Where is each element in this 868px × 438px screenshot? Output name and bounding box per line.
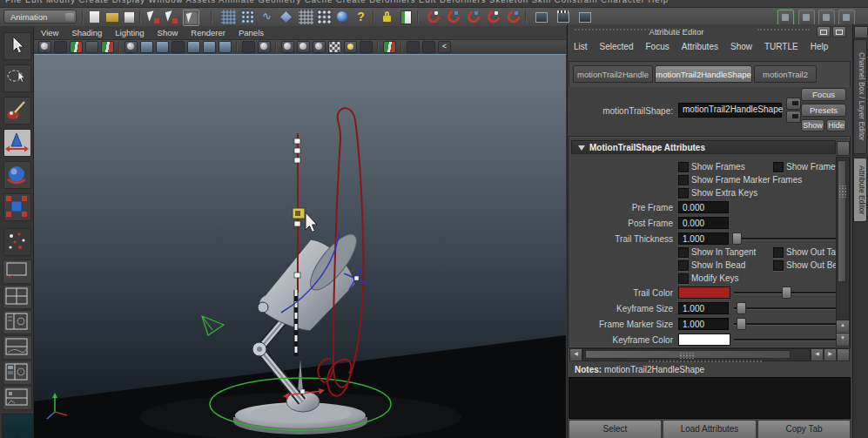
trail-color-swatch[interactable] (678, 286, 730, 299)
channel-box-vertical-tab[interactable]: Channel Box / Layer Editor (853, 39, 867, 154)
panel-menu-view[interactable]: View (41, 28, 58, 37)
scroll-left-button[interactable]: ◀ (569, 348, 582, 361)
snap-magnet-icon-3[interactable] (464, 10, 479, 24)
single-pane-layout-button[interactable] (3, 259, 32, 284)
lock-selection-icon[interactable] (380, 10, 394, 24)
pre-frame-field[interactable]: 0.000 (678, 201, 729, 213)
select-mask-icon-2[interactable] (240, 10, 255, 24)
sidebar-collapse-button[interactable] (854, 26, 868, 38)
frame-marker-size-slider[interactable] (734, 323, 838, 326)
viewport-canvas[interactable] (34, 55, 566, 438)
lock-camera-icon[interactable] (54, 41, 67, 53)
tab-motiontrail-handleshape[interactable]: motionTrail2HandleShape (655, 65, 752, 83)
snap-magnet-icon-1[interactable] (424, 10, 439, 24)
snap-magnet-icon-2[interactable] (444, 10, 459, 24)
trail-thickness-slider[interactable] (734, 238, 838, 240)
show-in-bead-checkbox[interactable] (678, 260, 689, 271)
help-mode-icon[interactable]: ? (353, 10, 368, 24)
new-scene-icon[interactable] (87, 10, 102, 24)
film-gate-icon[interactable] (140, 41, 153, 53)
persp-outliner-layout-button[interactable] (3, 310, 32, 334)
divider[interactable] (525, 10, 527, 24)
show-extra-keys-checkbox[interactable] (678, 188, 689, 199)
save-scene-icon[interactable] (122, 10, 137, 24)
show-button[interactable]: Show (801, 119, 824, 131)
scroll-down-button[interactable]: ▼ (836, 333, 850, 347)
soft-select-tool[interactable] (3, 228, 31, 256)
lighting-icon[interactable] (344, 41, 357, 53)
shape-name-input[interactable]: motionTrail2HandleShape (678, 103, 782, 118)
panel-close-button[interactable] (832, 26, 846, 37)
vertical-scrollbar-thumb[interactable] (838, 160, 846, 282)
snap-to-grids-icon[interactable] (299, 10, 313, 24)
load-attributes-button[interactable]: Load Attributes (663, 420, 757, 438)
textured-icon[interactable] (328, 41, 341, 53)
resolution-gate-icon[interactable] (156, 41, 169, 53)
divider[interactable] (211, 10, 212, 24)
ae-menu-selected[interactable]: Selected (600, 42, 634, 51)
show-frame-numbers-checkbox[interactable] (773, 162, 784, 172)
isolate-select-icon[interactable] (383, 41, 396, 53)
hypershade-persp-layout-button[interactable] (3, 361, 32, 385)
trail-thickness-slider-handle[interactable] (732, 232, 742, 245)
show-out-bead-checkbox[interactable] (773, 260, 784, 271)
notes-row[interactable]: Notes: motionTrail2HandleShape (575, 365, 704, 374)
divider[interactable] (139, 10, 141, 24)
copy-tab-button[interactable]: Copy Tab (757, 420, 851, 438)
panel-drag-handle[interactable] (757, 29, 810, 33)
bounding-box-icon[interactable] (313, 41, 326, 53)
ae-menu-turtle[interactable]: TURTLE (764, 42, 798, 51)
keyframe-color-slider[interactable] (734, 339, 838, 341)
panel-restore-button[interactable] (817, 26, 831, 37)
ipr-render-icon[interactable] (555, 10, 570, 24)
post-frame-field[interactable]: 0.000 (678, 217, 729, 229)
render-settings-icon[interactable] (577, 10, 592, 24)
render-view-icon[interactable] (534, 10, 548, 24)
smooth-shade-icon[interactable] (281, 41, 294, 53)
presets-button[interactable]: Presets (801, 104, 846, 117)
persp-multi-layout-button[interactable] (3, 386, 32, 410)
keyframe-color-swatch[interactable] (678, 334, 730, 346)
ae-menu-list[interactable]: List (574, 42, 588, 51)
focus-button[interactable]: Focus (801, 88, 846, 101)
notes-textarea[interactable] (569, 377, 851, 419)
show-out-tangent-checkbox[interactable] (773, 247, 784, 258)
tab-motiontrail-handle[interactable]: motionTrail2Handle (573, 65, 653, 83)
open-scene-icon[interactable] (104, 10, 119, 24)
ae-menu-attributes[interactable]: Attributes (682, 42, 718, 51)
pin-node-button[interactable] (786, 98, 801, 110)
divider[interactable] (82, 10, 84, 24)
select-mask-icon-4[interactable] (279, 10, 293, 24)
modify-keys-checkbox[interactable] (678, 273, 689, 284)
hide-button[interactable]: Hide (826, 119, 846, 131)
scrollbar-corner[interactable] (837, 348, 850, 361)
xray-joints-icon[interactable] (422, 41, 435, 53)
select-object-icon[interactable] (164, 10, 178, 24)
panel-menu-renderer[interactable]: Renderer (191, 28, 225, 37)
view-cube-icon[interactable] (101, 41, 114, 53)
flat-shade-icon[interactable] (297, 41, 310, 53)
four-pane-layout-button[interactable] (3, 285, 32, 309)
show-in-tangent-checkbox[interactable] (678, 247, 689, 258)
separate-view-icon[interactable]: < (438, 41, 451, 53)
main-menubar-clipped[interactable]: File Edit Modify Create Display Window A… (0, 0, 868, 8)
ae-menu-focus[interactable]: Focus (645, 42, 669, 51)
ae-menu-show[interactable]: Show (730, 42, 752, 51)
shadows-icon[interactable] (360, 41, 373, 53)
select-mask-icon-1[interactable] (221, 10, 236, 24)
section-scroll-button[interactable] (837, 141, 850, 156)
frame-marker-size-field[interactable]: 1.000 (678, 318, 729, 330)
horizontal-scrollbar-thumb[interactable] (585, 350, 791, 359)
scene-thumbnail[interactable] (2, 414, 33, 438)
menuset-dropdown[interactable]: Animation (3, 10, 77, 24)
safe-title-icon[interactable] (219, 41, 232, 53)
horizontal-scrollbar[interactable] (582, 348, 811, 361)
field-chart-icon[interactable] (187, 41, 200, 53)
select-tool[interactable] (3, 32, 31, 60)
move-tool[interactable] (3, 129, 31, 157)
safe-action-icon[interactable] (203, 41, 216, 53)
section-header-motiontrailshape[interactable]: MotionTrailShape Attributes (571, 140, 836, 154)
xray-icon[interactable] (407, 41, 420, 53)
input-operations-icon[interactable] (398, 10, 413, 24)
vertical-scrollbar[interactable] (836, 157, 850, 320)
